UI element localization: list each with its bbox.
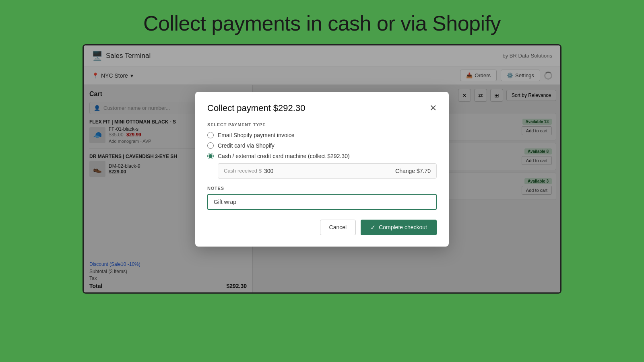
modal-overlay: Collect payment $292.30 ✕ SELECT PAYMENT… <box>84 45 560 292</box>
modal-close-button[interactable]: ✕ <box>429 104 437 113</box>
payment-option-credit[interactable]: Credit card via Shopify <box>207 142 437 149</box>
app-window: 🖥️ Sales Terminal by BR Data Solutions 📍… <box>83 44 561 294</box>
collect-payment-modal: Collect payment $292.30 ✕ SELECT PAYMENT… <box>195 92 449 247</box>
cash-radio[interactable] <box>207 153 214 159</box>
cash-received: Cash received $ <box>224 168 288 174</box>
modal-footer: Cancel ✓ Complete checkout <box>207 220 437 235</box>
cash-label: Cash / external credit card machine (col… <box>218 153 350 159</box>
payment-option-cash[interactable]: Cash / external credit card machine (col… <box>207 153 437 159</box>
notes-label: NOTES <box>207 186 437 191</box>
complete-label: Complete checkout <box>379 224 427 230</box>
payment-type-label: SELECT PAYMENT TYPE <box>207 122 437 127</box>
cash-received-label: Cash received $ <box>224 168 262 174</box>
checkmark-icon: ✓ <box>370 224 376 231</box>
cancel-button[interactable]: Cancel <box>320 220 356 235</box>
notes-input[interactable] <box>207 194 437 210</box>
cash-amount-input[interactable] <box>264 168 288 174</box>
email-radio[interactable] <box>207 132 214 138</box>
cash-box: Cash received $ Change $7.70 <box>218 163 437 179</box>
page-title: Collect payments in cash or via Shopify <box>143 11 501 35</box>
payment-option-email[interactable]: Email Shopify payment invoice <box>207 132 437 138</box>
modal-title: Collect payment $292.30 <box>207 103 305 113</box>
change-label: Change $7.70 <box>395 168 431 174</box>
email-label: Email Shopify payment invoice <box>218 132 295 138</box>
credit-label: Credit card via Shopify <box>218 142 275 149</box>
complete-checkout-button[interactable]: ✓ Complete checkout <box>361 220 437 235</box>
modal-header: Collect payment $292.30 ✕ <box>207 103 437 113</box>
credit-radio[interactable] <box>207 142 214 149</box>
